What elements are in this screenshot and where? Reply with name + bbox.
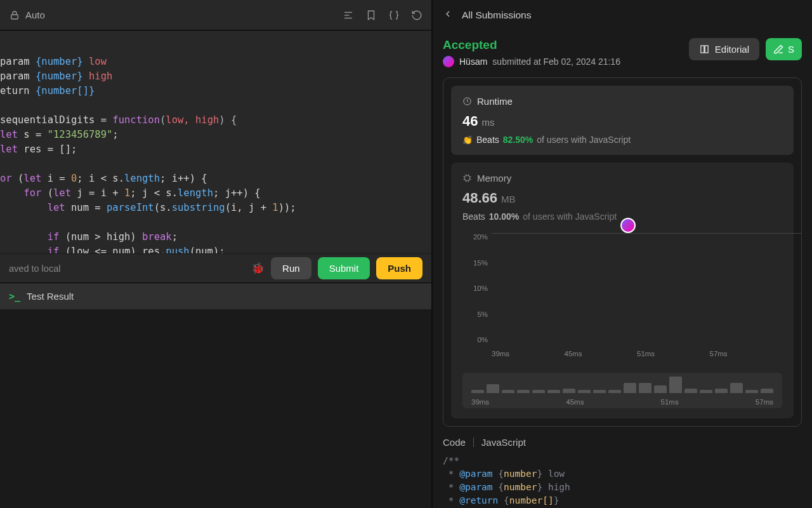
terminal-icon: >_ (9, 291, 20, 302)
braces-icon[interactable] (388, 10, 400, 21)
all-submissions-link[interactable]: All Submissions (462, 10, 531, 21)
status-accepted: Accepted (443, 38, 620, 52)
solution-button[interactable]: S (766, 38, 802, 60)
test-result-tab[interactable]: >_ Test Result (0, 283, 431, 309)
book-icon (699, 44, 710, 55)
chip-icon (462, 173, 472, 183)
debug-icon[interactable]: 🐞 (251, 262, 265, 275)
code-section-header: Code JavaScript (433, 427, 812, 454)
run-button[interactable]: Run (271, 257, 311, 279)
submission-panel: All Submissions Accepted Hüsam submitted… (433, 0, 812, 508)
bookmark-icon[interactable] (365, 10, 377, 21)
runtime-title: Runtime (477, 96, 513, 107)
metrics-container: Runtime 46 ms 👏 Beats 82.50% of users wi… (443, 77, 802, 427)
runtime-value: 46 (462, 113, 478, 130)
push-button[interactable]: Push (376, 257, 422, 279)
lang-label: JavaScript (481, 437, 526, 448)
memory-value: 48.66 (462, 190, 497, 206)
editor-footer: aved to local 🐞 Run Submit Push (0, 253, 431, 283)
editor-panel: Auto param {number} low param {number} h… (0, 0, 433, 508)
chart-marker (620, 218, 636, 233)
editor-topbar: Auto (0, 0, 431, 30)
language-selector[interactable]: Auto (9, 10, 45, 21)
runtime-unit: ms (481, 117, 494, 128)
lock-icon (9, 10, 20, 21)
format-icon[interactable] (343, 10, 354, 21)
clock-icon (462, 97, 472, 106)
save-status: aved to local (9, 264, 60, 274)
test-result-label: Test Result (27, 291, 74, 302)
memory-beats-pct: 10.00% (489, 211, 519, 222)
runtime-beats-pct: 82.50% (503, 135, 533, 145)
memory-unit: MB (501, 194, 516, 204)
author-name[interactable]: Hüsam (459, 57, 487, 67)
reset-icon[interactable] (411, 10, 422, 21)
edit-icon (773, 44, 784, 55)
editorial-button[interactable]: Editorial (689, 38, 759, 60)
memory-chart-minimap[interactable]: 39ms45ms51ms57ms (462, 373, 782, 408)
test-result-body (0, 309, 431, 508)
language-label: Auto (25, 10, 45, 20)
submitted-code: /** * @param {number} low * @param {numb… (443, 454, 802, 507)
code-editor[interactable]: param {number} low param {number} high e… (0, 30, 431, 253)
code-label: Code (443, 437, 466, 448)
submissions-header: All Submissions (433, 0, 812, 30)
memory-card[interactable]: Memory 48.66 MB Beats 10.00% of users wi… (451, 163, 794, 418)
memory-title: Memory (477, 173, 511, 184)
svg-rect-0 (11, 15, 18, 19)
submitted-at: submitted at Feb 02, 2024 21:16 (492, 57, 620, 67)
clap-icon: 👏 (462, 135, 473, 145)
memory-chart[interactable]: 20%15%10%5%0% 39ms45ms51ms57ms (462, 233, 782, 366)
svg-rect-5 (465, 176, 470, 181)
runtime-card[interactable]: Runtime 46 ms 👏 Beats 82.50% of users wi… (451, 86, 794, 155)
divider (473, 438, 474, 447)
back-button[interactable] (443, 9, 453, 22)
avatar[interactable] (443, 56, 454, 67)
submit-button[interactable]: Submit (318, 257, 370, 279)
